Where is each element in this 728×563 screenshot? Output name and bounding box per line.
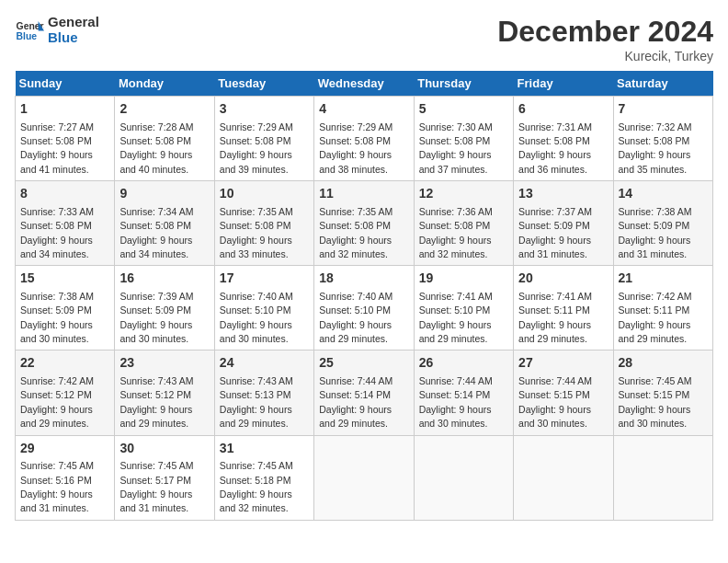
day-number: 14 bbox=[619, 185, 708, 203]
cell-sunrise: Sunrise: 7:32 AMSunset: 5:08 PMDaylight:… bbox=[619, 121, 692, 175]
day-number: 21 bbox=[619, 270, 708, 288]
cell-sunrise: Sunrise: 7:40 AMSunset: 5:10 PMDaylight:… bbox=[220, 291, 293, 344]
day-number: 28 bbox=[619, 354, 708, 373]
day-number: 8 bbox=[20, 185, 109, 203]
calendar-cell: 20 Sunrise: 7:41 AMSunset: 5:11 PMDaylig… bbox=[514, 266, 613, 350]
col-thursday: Thursday bbox=[414, 71, 513, 97]
month-title: December 2024 bbox=[497, 15, 713, 49]
day-number: 2 bbox=[119, 100, 209, 119]
cell-sunrise: Sunrise: 7:34 AMSunset: 5:08 PMDaylight:… bbox=[119, 206, 193, 259]
day-number: 17 bbox=[220, 270, 309, 288]
cell-sunrise: Sunrise: 7:44 AMSunset: 5:14 PMDaylight:… bbox=[419, 375, 493, 429]
calendar-cell: 24 Sunrise: 7:43 AMSunset: 5:13 PMDaylig… bbox=[214, 350, 313, 435]
calendar-cell: 15 Sunrise: 7:38 AMSunset: 5:09 PMDaylig… bbox=[16, 266, 115, 350]
calendar-cell: 7 Sunrise: 7:32 AMSunset: 5:08 PMDayligh… bbox=[613, 97, 712, 181]
calendar-cell: 16 Sunrise: 7:39 AMSunset: 5:09 PMDaylig… bbox=[115, 266, 214, 350]
col-friday: Friday bbox=[514, 71, 613, 97]
calendar-cell: 4 Sunrise: 7:29 AMSunset: 5:08 PMDayligh… bbox=[314, 97, 414, 181]
cell-sunrise: Sunrise: 7:37 AMSunset: 5:09 PMDaylight:… bbox=[518, 206, 592, 259]
day-number: 15 bbox=[20, 270, 109, 288]
cell-sunrise: Sunrise: 7:28 AMSunset: 5:08 PMDaylight:… bbox=[119, 121, 193, 175]
calendar-cell: 30 Sunrise: 7:45 AMSunset: 5:17 PMDaylig… bbox=[115, 435, 214, 520]
cell-sunrise: Sunrise: 7:35 AMSunset: 5:08 PMDaylight:… bbox=[220, 206, 293, 259]
cell-sunrise: Sunrise: 7:43 AMSunset: 5:12 PMDaylight:… bbox=[119, 375, 193, 429]
week-row-5: 29 Sunrise: 7:45 AMSunset: 5:16 PMDaylig… bbox=[16, 435, 713, 520]
header: General Blue General Blue December 2024 … bbox=[15, 15, 713, 63]
cell-sunrise: Sunrise: 7:30 AMSunset: 5:08 PMDaylight:… bbox=[419, 121, 493, 175]
calendar-cell: 3 Sunrise: 7:29 AMSunset: 5:08 PMDayligh… bbox=[214, 97, 313, 181]
day-number: 16 bbox=[119, 270, 209, 288]
day-number: 23 bbox=[119, 354, 209, 373]
calendar-cell: 27 Sunrise: 7:44 AMSunset: 5:15 PMDaylig… bbox=[514, 350, 613, 435]
calendar-cell: 17 Sunrise: 7:40 AMSunset: 5:10 PMDaylig… bbox=[214, 266, 313, 350]
day-number: 25 bbox=[319, 354, 408, 373]
calendar-cell: 21 Sunrise: 7:42 AMSunset: 5:11 PMDaylig… bbox=[613, 266, 712, 350]
calendar-table: Sunday Monday Tuesday Wednesday Thursday… bbox=[15, 71, 713, 521]
day-number: 19 bbox=[419, 270, 508, 288]
cell-sunrise: Sunrise: 7:41 AMSunset: 5:11 PMDaylight:… bbox=[518, 291, 592, 344]
cell-sunrise: Sunrise: 7:27 AMSunset: 5:08 PMDaylight:… bbox=[20, 121, 94, 175]
cell-sunrise: Sunrise: 7:40 AMSunset: 5:10 PMDaylight:… bbox=[319, 291, 392, 344]
cell-sunrise: Sunrise: 7:38 AMSunset: 5:09 PMDaylight:… bbox=[619, 206, 692, 259]
day-number: 1 bbox=[20, 100, 109, 119]
cell-sunrise: Sunrise: 7:43 AMSunset: 5:13 PMDaylight:… bbox=[220, 375, 293, 429]
week-row-2: 8 Sunrise: 7:33 AMSunset: 5:08 PMDayligh… bbox=[16, 181, 713, 266]
calendar-cell: 26 Sunrise: 7:44 AMSunset: 5:14 PMDaylig… bbox=[414, 350, 513, 435]
calendar-cell bbox=[613, 435, 712, 520]
week-row-3: 15 Sunrise: 7:38 AMSunset: 5:09 PMDaylig… bbox=[16, 266, 713, 350]
calendar-cell: 12 Sunrise: 7:36 AMSunset: 5:08 PMDaylig… bbox=[414, 181, 513, 266]
cell-sunrise: Sunrise: 7:45 AMSunset: 5:17 PMDaylight:… bbox=[119, 460, 193, 513]
cell-sunrise: Sunrise: 7:39 AMSunset: 5:09 PMDaylight:… bbox=[119, 291, 193, 344]
calendar-cell: 11 Sunrise: 7:35 AMSunset: 5:08 PMDaylig… bbox=[314, 181, 414, 266]
week-row-4: 22 Sunrise: 7:42 AMSunset: 5:12 PMDaylig… bbox=[16, 350, 713, 435]
cell-sunrise: Sunrise: 7:36 AMSunset: 5:08 PMDaylight:… bbox=[419, 206, 493, 259]
calendar-cell: 22 Sunrise: 7:42 AMSunset: 5:12 PMDaylig… bbox=[16, 350, 115, 435]
day-number: 6 bbox=[518, 100, 608, 119]
calendar-cell: 18 Sunrise: 7:40 AMSunset: 5:10 PMDaylig… bbox=[314, 266, 414, 350]
cell-sunrise: Sunrise: 7:38 AMSunset: 5:09 PMDaylight:… bbox=[20, 291, 94, 344]
cell-sunrise: Sunrise: 7:41 AMSunset: 5:10 PMDaylight:… bbox=[419, 291, 493, 344]
day-number: 13 bbox=[518, 185, 608, 203]
calendar-cell: 25 Sunrise: 7:44 AMSunset: 5:14 PMDaylig… bbox=[314, 350, 414, 435]
svg-text:Blue: Blue bbox=[17, 31, 38, 41]
calendar-cell: 14 Sunrise: 7:38 AMSunset: 5:09 PMDaylig… bbox=[613, 181, 712, 266]
cell-sunrise: Sunrise: 7:44 AMSunset: 5:15 PMDaylight:… bbox=[518, 375, 592, 429]
day-number: 22 bbox=[20, 354, 109, 373]
cell-sunrise: Sunrise: 7:45 AMSunset: 5:18 PMDaylight:… bbox=[220, 460, 293, 513]
calendar-cell: 9 Sunrise: 7:34 AMSunset: 5:08 PMDayligh… bbox=[115, 181, 214, 266]
day-number: 5 bbox=[419, 100, 508, 119]
calendar-cell bbox=[314, 435, 414, 520]
logo-icon: General Blue bbox=[15, 17, 44, 43]
day-number: 4 bbox=[319, 100, 408, 119]
cell-sunrise: Sunrise: 7:44 AMSunset: 5:14 PMDaylight:… bbox=[319, 375, 392, 429]
day-number: 18 bbox=[319, 270, 408, 288]
cell-sunrise: Sunrise: 7:45 AMSunset: 5:16 PMDaylight:… bbox=[20, 460, 94, 513]
day-number: 3 bbox=[220, 100, 309, 119]
calendar-cell: 5 Sunrise: 7:30 AMSunset: 5:08 PMDayligh… bbox=[414, 97, 513, 181]
calendar-cell: 28 Sunrise: 7:45 AMSunset: 5:15 PMDaylig… bbox=[613, 350, 712, 435]
day-number: 24 bbox=[220, 354, 309, 373]
cell-sunrise: Sunrise: 7:42 AMSunset: 5:12 PMDaylight:… bbox=[20, 375, 94, 429]
col-sunday: Sunday bbox=[16, 71, 115, 97]
week-row-1: 1 Sunrise: 7:27 AMSunset: 5:08 PMDayligh… bbox=[16, 97, 713, 181]
location-subtitle: Kurecik, Turkey bbox=[497, 49, 713, 63]
day-number: 11 bbox=[319, 185, 408, 203]
day-number: 20 bbox=[518, 270, 608, 288]
cell-sunrise: Sunrise: 7:35 AMSunset: 5:08 PMDaylight:… bbox=[319, 206, 392, 259]
col-tuesday: Tuesday bbox=[214, 71, 313, 97]
calendar-cell: 29 Sunrise: 7:45 AMSunset: 5:16 PMDaylig… bbox=[16, 435, 115, 520]
day-number: 30 bbox=[119, 440, 209, 458]
day-number: 27 bbox=[518, 354, 608, 373]
cell-sunrise: Sunrise: 7:33 AMSunset: 5:08 PMDaylight:… bbox=[20, 206, 94, 259]
cell-sunrise: Sunrise: 7:42 AMSunset: 5:11 PMDaylight:… bbox=[619, 291, 692, 344]
calendar-cell: 8 Sunrise: 7:33 AMSunset: 5:08 PMDayligh… bbox=[16, 181, 115, 266]
logo-text: General Blue bbox=[48, 15, 99, 45]
day-number: 12 bbox=[419, 185, 508, 203]
cell-sunrise: Sunrise: 7:29 AMSunset: 5:08 PMDaylight:… bbox=[319, 121, 392, 175]
calendar-cell: 19 Sunrise: 7:41 AMSunset: 5:10 PMDaylig… bbox=[414, 266, 513, 350]
col-saturday: Saturday bbox=[613, 71, 712, 97]
calendar-cell: 2 Sunrise: 7:28 AMSunset: 5:08 PMDayligh… bbox=[115, 97, 214, 181]
day-number: 10 bbox=[220, 185, 309, 203]
col-wednesday: Wednesday bbox=[314, 71, 414, 97]
cell-sunrise: Sunrise: 7:45 AMSunset: 5:15 PMDaylight:… bbox=[619, 375, 692, 429]
